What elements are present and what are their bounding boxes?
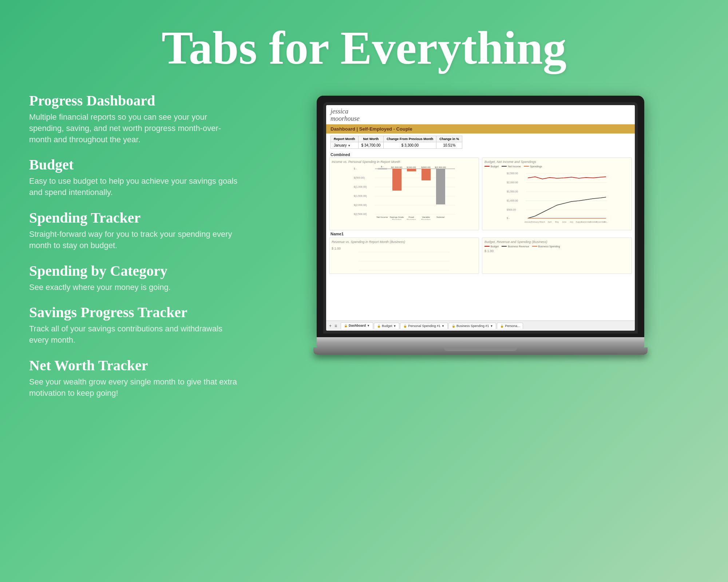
svg-text:Spending: Spending (392, 219, 401, 220)
tab-personal-spending-label: Personal Spending #1 (408, 324, 440, 328)
report-month-header: Report Month (331, 136, 359, 142)
tab-business-spending[interactable]: 🔒 Business Spending #1 ▼ (448, 323, 496, 329)
feature-title-0: Progress Dashboard (29, 92, 240, 109)
chart2-legend: Budget Net Income (484, 165, 629, 168)
income-vs-spending-chart: Income vs. Personal Spending in Report M… (329, 158, 479, 230)
spendings-legend-label: Spendings (530, 165, 542, 168)
legend4-biz-revenue: Business Revenue (502, 245, 529, 248)
report-month-cell[interactable]: January ▼ (331, 142, 359, 148)
feature-title-2: Spending Tracker (29, 209, 240, 227)
tab-business-dropdown[interactable]: ▼ (490, 324, 493, 328)
feature-budget: Budget Easy to use budget to help you ac… (29, 156, 240, 198)
tab-budget-dropdown[interactable]: ▼ (393, 324, 396, 328)
left-panel: Progress Dashboard Multiple financial re… (29, 92, 240, 560)
legend4-budget-dot (484, 246, 490, 247)
svg-text:$(500.00): $(500.00) (354, 176, 365, 179)
svg-text:$1,500.00: $1,500.00 (507, 190, 518, 193)
change-from-prev-cell: $ 3,300.00 (384, 142, 436, 148)
svg-text:Savings Goals: Savings Goals (390, 216, 404, 218)
svg-text:$1,000.00: $1,000.00 (507, 199, 518, 202)
feature-progress-dashboard: Progress Dashboard Multiple financial re… (29, 92, 240, 145)
svg-text:$(800.00): $(800.00) (421, 166, 431, 168)
feature-title-3: Spending by Category (29, 262, 240, 280)
content-row: Progress Dashboard Multiple financial re… (29, 92, 699, 560)
change-pct-header: Change in % (436, 136, 462, 142)
tab-persona[interactable]: 🔒 Persona... (497, 323, 523, 329)
svg-rect-20 (407, 169, 416, 171)
brand-logo: jessicamoorhouse (331, 108, 630, 123)
net-worth-header: Net Worth (358, 136, 384, 142)
laptop-screen-outer: jessicamoorhouse Dashboard | Self-Employ… (317, 96, 644, 337)
svg-rect-28 (436, 169, 445, 204)
chart4-title: Budget, Revenue and Spending (Business) (484, 240, 629, 244)
lock-icon-persona: 🔒 (500, 324, 504, 328)
svg-text:$(1,500.00): $(1,500.00) (391, 166, 403, 168)
legend4-budget: Budget (484, 245, 499, 248)
svg-text:$(2,500.00): $(2,500.00) (354, 213, 367, 216)
chart1-title: Income vs. Personal Spending in Report M… (332, 160, 476, 164)
feature-desc-4: Track all of your savings contributions … (29, 323, 240, 346)
feature-spending-by-category: Spending by Category See exactly where y… (29, 262, 240, 293)
spendings-legend-dot (524, 166, 529, 167)
tab-personal-dropdown[interactable]: ▼ (442, 324, 444, 328)
lock-icon-business: 🔒 (452, 324, 455, 328)
svg-text:Variable: Variable (422, 216, 430, 218)
budget-net-income-chart: Budget, Net Income and Spendings Budget (482, 158, 632, 230)
tab-personal-spending[interactable]: 🔒 Personal Spending #1 ▼ (400, 323, 448, 329)
svg-text:May: May (555, 221, 559, 223)
dashboard-title-bar: Dashboard | Self-Employed - Couple (326, 124, 635, 133)
svg-text:Spending: Spending (407, 219, 416, 220)
tab-business-spending-label: Business Spending #1 (456, 324, 489, 328)
main-container: Tabs for Everything Progress Dashboard M… (0, 0, 728, 582)
svg-text:$(1,500.00): $(1,500.00) (354, 195, 367, 198)
tab-add-button[interactable]: + (328, 323, 332, 329)
change-from-prev-header: Change From Previous Month (384, 136, 436, 142)
bar-chart-svg: $ - $(500.00) $(1,000.00) $(1,500.00) $(… (332, 165, 476, 220)
laptop-base (317, 337, 644, 347)
svg-text:July: July (570, 221, 573, 223)
report-table: Report Month Net Worth Change From Previ… (331, 136, 462, 149)
dropdown-arrow-icon: ▼ (348, 144, 351, 147)
chart3-svg (332, 250, 476, 272)
svg-rect-16 (392, 169, 401, 191)
svg-text:$ -: $ - (381, 166, 383, 168)
svg-text:$(2,000.00): $(2,000.00) (354, 204, 367, 207)
svg-text:Spending: Spending (421, 219, 430, 220)
tab-menu-button[interactable]: ≡ (334, 323, 338, 329)
tab-dashboard-dropdown[interactable]: ▼ (367, 324, 370, 327)
feature-title-5: Net Worth Tracker (29, 357, 240, 374)
chart3-title: Revenue vs. Spending in Report Month (Bu… (332, 240, 476, 244)
legend4-biz-spending: Business Spending (532, 245, 560, 248)
feature-savings-tracker: Savings Progress Tracker Track all of yo… (29, 304, 240, 346)
legend-spendings: Spendings (524, 165, 542, 168)
net-income-legend-dot (502, 166, 507, 167)
spreadsheet: jessicamoorhouse Dashboard | Self-Employ… (326, 105, 635, 331)
feature-title-1: Budget (29, 156, 240, 174)
chart4-legend: Budget Business Revenue (484, 245, 629, 248)
laptop-screen: jessicamoorhouse Dashboard | Self-Employ… (326, 105, 635, 331)
legend4-biz-revenue-label: Business Revenue (508, 245, 529, 248)
svg-rect-13 (378, 168, 387, 170)
tab-dashboard[interactable]: 🔒 Dashboard ▼ (341, 322, 373, 329)
svg-text:Fixed: Fixed (409, 216, 414, 218)
change-pct-cell: 10.51% (436, 142, 462, 148)
svg-text:Subtotal: Subtotal (436, 216, 444, 218)
tab-dashboard-label: Dashboard (349, 324, 366, 327)
budget-legend-label: Budget (491, 165, 499, 168)
svg-text:$ -: $ - (354, 167, 357, 170)
svg-text:$(2,460.00): $(2,460.00) (435, 166, 446, 168)
tab-budget-label: Budget (382, 324, 392, 328)
name1-section-label: Name1 (326, 230, 635, 237)
bottom-charts-row: Revenue vs. Spending in Report Month (Bu… (326, 237, 635, 275)
svg-text:$ -: $ - (507, 217, 510, 219)
lock-icon-dashboard: 🔒 (344, 324, 348, 327)
legend-budget: Budget (484, 165, 499, 168)
svg-text:$500.00: $500.00 (507, 208, 516, 211)
tab-budget[interactable]: 🔒 Budget ▼ (374, 323, 399, 329)
svg-text:June: June (562, 221, 566, 223)
feature-desc-1: Easy to use budget to help you achieve y… (29, 176, 240, 198)
legend-net-income: Net Income (502, 165, 521, 168)
spreadsheet-header: jessicamoorhouse (326, 105, 635, 124)
feature-desc-2: Straight-forward way for you to track yo… (29, 229, 240, 251)
lock-icon-personal: 🔒 (403, 324, 407, 328)
